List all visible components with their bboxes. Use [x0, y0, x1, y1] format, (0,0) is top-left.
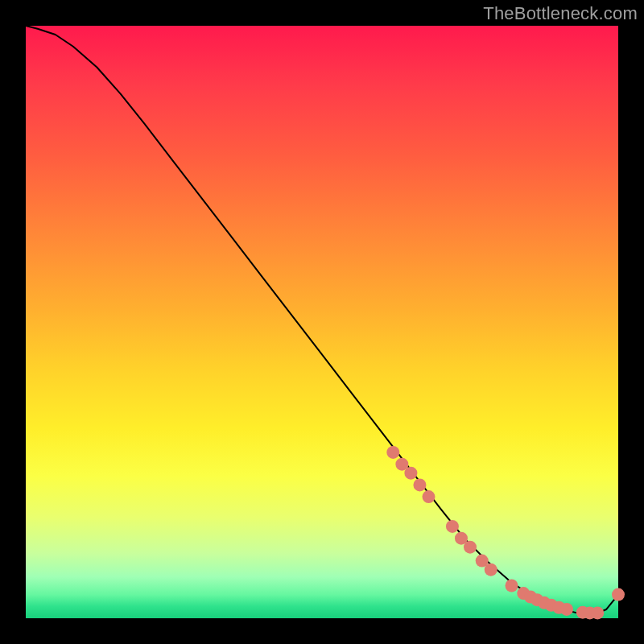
scatter-dot	[560, 603, 573, 616]
scatter-dot	[404, 467, 417, 480]
scatter-dots	[386, 446, 625, 619]
scatter-dot	[446, 520, 459, 533]
watermark-text: TheBottleneck.com	[483, 3, 638, 24]
plot-area	[26, 26, 618, 618]
chart-overlay	[26, 26, 618, 618]
main-curve	[26, 26, 618, 614]
scatter-dot	[485, 564, 497, 576]
scatter-dot	[413, 478, 426, 491]
scatter-dot	[422, 490, 435, 503]
chart-frame: TheBottleneck.com	[0, 0, 644, 644]
scatter-dot	[612, 588, 625, 601]
scatter-dot	[506, 580, 518, 592]
scatter-dot	[591, 606, 604, 619]
scatter-dot	[464, 541, 477, 554]
scatter-dot	[386, 446, 399, 459]
